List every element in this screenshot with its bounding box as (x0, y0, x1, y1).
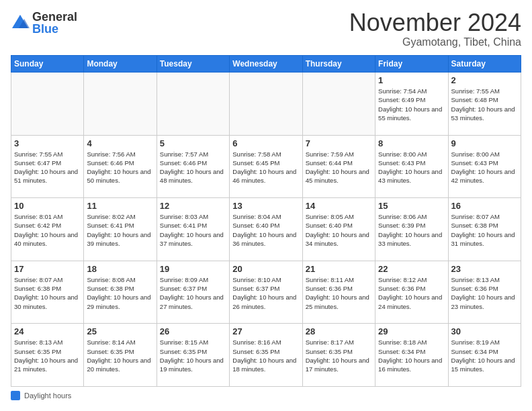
calendar-cell-4: 4Sunrise: 7:56 AM Sunset: 6:46 PM Daylig… (84, 135, 157, 198)
calendar-table: SundayMondayTuesdayWednesdayThursdayFrid… (11, 55, 521, 387)
calendar-week-1: 3Sunrise: 7:55 AM Sunset: 6:47 PM Daylig… (11, 135, 521, 198)
day-info: Sunrise: 7:55 AM Sunset: 6:48 PM Dayligh… (451, 87, 518, 122)
calendar-header-row: SundayMondayTuesdayWednesdayThursdayFrid… (11, 56, 521, 73)
calendar-cell-27: 27Sunrise: 8:16 AM Sunset: 6:35 PM Dayli… (230, 324, 302, 387)
calendar-cell-30: 30Sunrise: 8:19 AM Sunset: 6:34 PM Dayli… (448, 324, 521, 387)
logo-blue: Blue (32, 23, 77, 35)
calendar-cell-11: 11Sunrise: 8:02 AM Sunset: 6:41 PM Dayli… (84, 198, 157, 261)
day-info: Sunrise: 8:00 AM Sunset: 6:43 PM Dayligh… (378, 150, 445, 185)
calendar-cell-19: 19Sunrise: 8:09 AM Sunset: 6:37 PM Dayli… (157, 261, 229, 324)
calendar-cell-18: 18Sunrise: 8:08 AM Sunset: 6:38 PM Dayli… (84, 261, 157, 324)
day-info: Sunrise: 8:14 AM Sunset: 6:35 PM Dayligh… (87, 338, 153, 373)
day-number: 6 (232, 138, 299, 148)
day-number: 19 (160, 264, 226, 274)
logo: General Blue (11, 11, 77, 35)
day-number: 24 (14, 326, 81, 336)
day-number: 20 (232, 264, 299, 274)
location: Gyamotang, Tibet, China (349, 36, 521, 48)
day-number: 22 (378, 264, 445, 274)
calendar-header-thursday: Thursday (302, 56, 375, 73)
day-info: Sunrise: 8:06 AM Sunset: 6:39 PM Dayligh… (378, 212, 445, 248)
legend-label: Daylight hours (24, 392, 71, 400)
day-number: 7 (306, 138, 372, 148)
calendar-cell-12: 12Sunrise: 8:03 AM Sunset: 6:41 PM Dayli… (157, 198, 229, 261)
day-info: Sunrise: 8:01 AM Sunset: 6:42 PM Dayligh… (14, 212, 81, 248)
day-number: 12 (160, 201, 226, 211)
day-info: Sunrise: 8:19 AM Sunset: 6:34 PM Dayligh… (451, 338, 518, 373)
calendar-cell-5: 5Sunrise: 7:57 AM Sunset: 6:46 PM Daylig… (157, 135, 229, 198)
header: General Blue November 2024 Gyamotang, Ti… (11, 11, 521, 48)
day-info: Sunrise: 8:13 AM Sunset: 6:36 PM Dayligh… (451, 275, 518, 311)
calendar-week-4: 24Sunrise: 8:13 AM Sunset: 6:35 PM Dayli… (11, 324, 521, 387)
calendar-cell-6: 6Sunrise: 7:58 AM Sunset: 6:45 PM Daylig… (230, 135, 302, 198)
calendar-header-saturday: Saturday (448, 56, 521, 73)
calendar-header-tuesday: Tuesday (157, 56, 229, 73)
calendar-week-2: 10Sunrise: 8:01 AM Sunset: 6:42 PM Dayli… (11, 198, 521, 261)
legend-box (11, 391, 20, 400)
day-number: 3 (14, 138, 81, 148)
calendar-cell-25: 25Sunrise: 8:14 AM Sunset: 6:35 PM Dayli… (84, 324, 157, 387)
day-info: Sunrise: 8:08 AM Sunset: 6:38 PM Dayligh… (87, 275, 153, 311)
logo-icon (11, 13, 30, 32)
month-title: November 2024 (349, 11, 521, 35)
calendar-cell-28: 28Sunrise: 8:17 AM Sunset: 6:35 PM Dayli… (302, 324, 375, 387)
calendar-cell-empty (157, 73, 229, 136)
day-number: 30 (451, 326, 518, 336)
day-info: Sunrise: 8:17 AM Sunset: 6:35 PM Dayligh… (306, 338, 372, 373)
calendar-header-friday: Friday (375, 56, 448, 73)
calendar-cell-2: 2Sunrise: 7:55 AM Sunset: 6:48 PM Daylig… (448, 73, 521, 136)
page: General Blue November 2024 Gyamotang, Ti… (0, 0, 532, 411)
day-number: 27 (232, 326, 299, 336)
calendar-week-3: 17Sunrise: 8:07 AM Sunset: 6:38 PM Dayli… (11, 261, 521, 324)
calendar-cell-13: 13Sunrise: 8:04 AM Sunset: 6:40 PM Dayli… (230, 198, 302, 261)
legend: Daylight hours (11, 391, 521, 400)
day-number: 15 (378, 201, 445, 211)
calendar-cell-15: 15Sunrise: 8:06 AM Sunset: 6:39 PM Dayli… (375, 198, 448, 261)
calendar-cell-23: 23Sunrise: 8:13 AM Sunset: 6:36 PM Dayli… (448, 261, 521, 324)
day-info: Sunrise: 8:09 AM Sunset: 6:37 PM Dayligh… (160, 275, 226, 311)
calendar-cell-16: 16Sunrise: 8:07 AM Sunset: 6:38 PM Dayli… (448, 198, 521, 261)
day-number: 16 (451, 201, 518, 211)
calendar-cell-26: 26Sunrise: 8:15 AM Sunset: 6:35 PM Dayli… (157, 324, 229, 387)
calendar-cell-3: 3Sunrise: 7:55 AM Sunset: 6:47 PM Daylig… (11, 135, 84, 198)
calendar-cell-7: 7Sunrise: 7:59 AM Sunset: 6:44 PM Daylig… (302, 135, 375, 198)
calendar-header-monday: Monday (84, 56, 157, 73)
calendar-week-0: 1Sunrise: 7:54 AM Sunset: 6:49 PM Daylig… (11, 73, 521, 136)
calendar-cell-9: 9Sunrise: 8:00 AM Sunset: 6:43 PM Daylig… (448, 135, 521, 198)
day-info: Sunrise: 7:58 AM Sunset: 6:45 PM Dayligh… (232, 150, 299, 185)
calendar-cell-17: 17Sunrise: 8:07 AM Sunset: 6:38 PM Dayli… (11, 261, 84, 324)
day-number: 11 (87, 201, 153, 211)
calendar-cell-1: 1Sunrise: 7:54 AM Sunset: 6:49 PM Daylig… (375, 73, 448, 136)
calendar-cell-empty (11, 73, 84, 136)
day-number: 9 (451, 138, 518, 148)
day-number: 17 (14, 264, 81, 274)
day-number: 1 (378, 75, 445, 85)
day-info: Sunrise: 8:04 AM Sunset: 6:40 PM Dayligh… (232, 212, 299, 248)
calendar-cell-14: 14Sunrise: 8:05 AM Sunset: 6:40 PM Dayli… (302, 198, 375, 261)
day-number: 23 (451, 264, 518, 274)
calendar-cell-29: 29Sunrise: 8:18 AM Sunset: 6:34 PM Dayli… (375, 324, 448, 387)
day-number: 21 (306, 264, 372, 274)
day-info: Sunrise: 8:05 AM Sunset: 6:40 PM Dayligh… (306, 212, 372, 248)
calendar-header-wednesday: Wednesday (230, 56, 302, 73)
calendar-cell-24: 24Sunrise: 8:13 AM Sunset: 6:35 PM Dayli… (11, 324, 84, 387)
day-info: Sunrise: 8:16 AM Sunset: 6:35 PM Dayligh… (232, 338, 299, 373)
calendar-cell-22: 22Sunrise: 8:12 AM Sunset: 6:36 PM Dayli… (375, 261, 448, 324)
day-info: Sunrise: 7:57 AM Sunset: 6:46 PM Dayligh… (160, 150, 226, 185)
day-number: 4 (87, 138, 153, 148)
calendar-cell-8: 8Sunrise: 8:00 AM Sunset: 6:43 PM Daylig… (375, 135, 448, 198)
calendar-cell-20: 20Sunrise: 8:10 AM Sunset: 6:37 PM Dayli… (230, 261, 302, 324)
day-number: 26 (160, 326, 226, 336)
day-info: Sunrise: 8:15 AM Sunset: 6:35 PM Dayligh… (160, 338, 226, 373)
day-number: 14 (306, 201, 372, 211)
day-number: 18 (87, 264, 153, 274)
day-info: Sunrise: 8:07 AM Sunset: 6:38 PM Dayligh… (14, 275, 81, 311)
day-number: 5 (160, 138, 226, 148)
day-info: Sunrise: 7:59 AM Sunset: 6:44 PM Dayligh… (306, 150, 372, 185)
calendar-cell-10: 10Sunrise: 8:01 AM Sunset: 6:42 PM Dayli… (11, 198, 84, 261)
day-info: Sunrise: 8:13 AM Sunset: 6:35 PM Dayligh… (14, 338, 81, 373)
day-info: Sunrise: 8:00 AM Sunset: 6:43 PM Dayligh… (451, 150, 518, 185)
day-info: Sunrise: 7:55 AM Sunset: 6:47 PM Dayligh… (14, 150, 81, 185)
day-number: 2 (451, 75, 518, 85)
logo-text: General Blue (32, 11, 77, 35)
